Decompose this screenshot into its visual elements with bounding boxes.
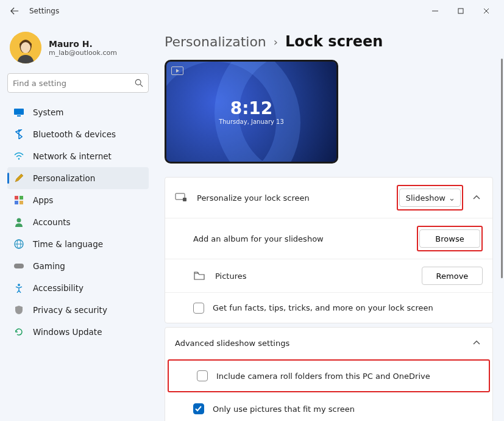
nav-label: Accessibility [33, 283, 83, 293]
sidebar: Mauro H. m_lab@outlook.com System Blueto… [0, 22, 152, 421]
sidebar-item-update[interactable]: Windows Update [7, 321, 149, 343]
fit-screen-checkbox[interactable] [193, 403, 204, 414]
nav-label: Windows Update [33, 327, 102, 337]
app-title: Settings [29, 7, 59, 15]
svg-rect-7 [17, 115, 21, 117]
maximize-icon [458, 8, 464, 14]
preview-date: Thursday, January 13 [219, 118, 284, 125]
add-album-label: Add an album for your slideshow [175, 234, 417, 243]
svg-rect-10 [20, 196, 23, 200]
camera-roll-label: Include camera roll folders from this PC… [216, 372, 479, 381]
svg-line-5 [140, 84, 143, 87]
collapse-button[interactable] [470, 338, 483, 348]
nav-label: Accounts [33, 217, 71, 227]
profile-block[interactable]: Mauro H. m_lab@outlook.com [7, 27, 149, 73]
breadcrumb: Personalization › Lock screen [165, 33, 493, 50]
camera-roll-checkbox[interactable] [197, 370, 208, 381]
pictures-label: Pictures [215, 272, 422, 281]
scrollbar-thumb[interactable] [501, 59, 503, 278]
nav-list: System Bluetooth & devices Network & int… [7, 101, 149, 343]
svg-point-13 [17, 218, 21, 223]
close-button[interactable] [474, 1, 499, 21]
sidebar-item-gaming[interactable]: Gaming [7, 255, 149, 277]
nav-label: Personalization [33, 173, 95, 183]
pictures-row: Pictures Remove [165, 259, 492, 292]
lockscreen-preview: 8:12 Thursday, January 13 [165, 60, 338, 164]
nav-label: Time & language [33, 239, 103, 249]
profile-email: m_lab@outlook.com [49, 49, 117, 57]
nav-label: Bluetooth & devices [33, 129, 116, 139]
personalize-select[interactable]: Slideshow ⌄ [399, 189, 461, 207]
nav-label: Gaming [33, 261, 65, 271]
sidebar-item-privacy[interactable]: Privacy & security [7, 299, 149, 321]
maximize-button[interactable] [448, 1, 474, 21]
nav-label: System [33, 107, 63, 117]
nav-label: Network & internet [33, 151, 112, 161]
folder-icon [193, 272, 205, 280]
shield-icon [13, 304, 24, 315]
personalize-row: Personalize your lock screen Slideshow ⌄ [165, 178, 492, 218]
svg-rect-12 [20, 201, 23, 204]
browse-button[interactable]: Browse [419, 229, 480, 248]
sidebar-item-accessibility[interactable]: Accessibility [7, 277, 149, 299]
avatar [10, 32, 41, 63]
remove-button[interactable]: Remove [422, 267, 483, 285]
accessibility-icon [13, 282, 24, 293]
breadcrumb-parent[interactable]: Personalization [165, 34, 266, 49]
pen-icon [13, 173, 24, 184]
svg-point-4 [135, 79, 141, 85]
funfacts-row: Get fun facts, tips, tricks, and more on… [165, 292, 492, 323]
arrow-left-icon [10, 7, 19, 15]
preview-time: 8:12 [219, 98, 284, 118]
main-content: Personalization › Lock screen 8:12 Thurs… [152, 22, 504, 421]
svg-rect-17 [14, 264, 24, 268]
slideshow-badge-icon [171, 67, 183, 75]
sidebar-item-network[interactable]: Network & internet [7, 145, 149, 167]
advanced-header-row[interactable]: Advanced slideshow settings [165, 328, 492, 358]
minimize-icon [432, 8, 438, 14]
search-input[interactable] [13, 79, 135, 88]
funfacts-label: Get fun facts, tips, tricks, and more on… [213, 303, 483, 312]
fit-screen-label: Only use pictures that fit my screen [213, 405, 483, 414]
nav-label: Privacy & security [33, 305, 107, 315]
svg-point-8 [18, 159, 20, 160]
update-icon [13, 326, 24, 337]
svg-point-3 [21, 42, 30, 53]
chevron-down-icon: ⌄ [449, 193, 455, 203]
sidebar-item-accounts[interactable]: Accounts [7, 211, 149, 233]
fit-screen-row: Only use pictures that fit my screen [165, 394, 492, 421]
sidebar-item-personalization[interactable]: Personalization [7, 167, 149, 189]
personalize-card: Personalize your lock screen Slideshow ⌄… [165, 177, 493, 323]
chevron-up-icon [473, 340, 480, 345]
sidebar-item-bluetooth[interactable]: Bluetooth & devices [7, 123, 149, 145]
personalize-label: Personalize your lock screen [197, 193, 397, 203]
sidebar-item-apps[interactable]: Apps [7, 189, 149, 211]
search-icon [135, 79, 143, 87]
camera-roll-row: Include camera roll folders from this PC… [169, 361, 489, 391]
advanced-title: Advanced slideshow settings [175, 339, 470, 348]
back-button[interactable] [5, 1, 24, 21]
gaming-icon [13, 261, 24, 272]
collapse-button[interactable] [470, 193, 483, 203]
sidebar-item-time[interactable]: Time & language [7, 233, 149, 255]
svg-point-18 [18, 284, 20, 286]
minimize-button[interactable] [422, 1, 448, 21]
svg-rect-1 [458, 9, 463, 13]
titlebar: Settings [0, 0, 504, 22]
apps-icon [13, 195, 24, 206]
svg-rect-9 [15, 196, 18, 200]
page-title: Lock screen [285, 33, 383, 50]
search-box[interactable] [7, 73, 149, 93]
wifi-icon [13, 151, 24, 162]
globe-icon [13, 239, 24, 250]
bluetooth-icon [13, 129, 24, 140]
check-icon [195, 406, 202, 412]
avatar-image [10, 32, 41, 63]
chevron-right-icon: › [274, 35, 278, 48]
sidebar-item-system[interactable]: System [7, 101, 149, 123]
funfacts-checkbox[interactable] [193, 303, 204, 314]
profile-name: Mauro H. [49, 39, 117, 49]
scrollbar[interactable] [501, 59, 503, 415]
personalize-value: Slideshow [406, 193, 445, 203]
system-icon [13, 107, 24, 118]
